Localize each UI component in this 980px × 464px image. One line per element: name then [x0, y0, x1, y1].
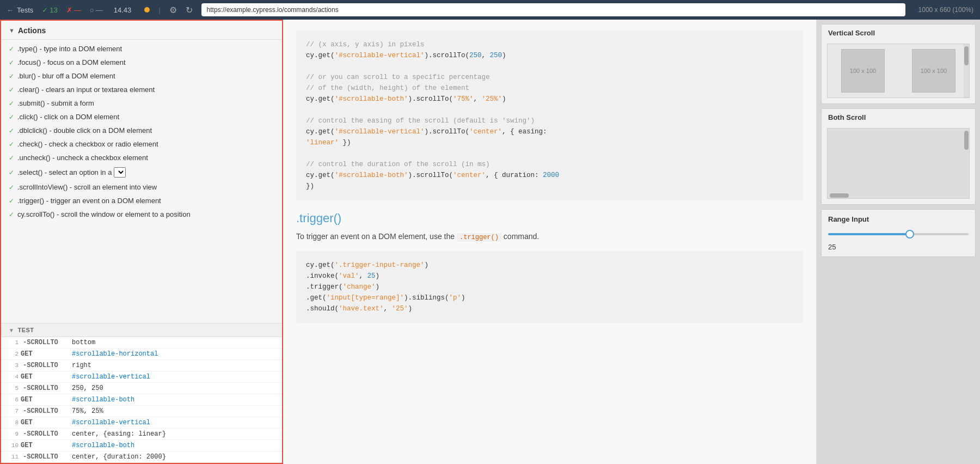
- log-cmd: GET: [21, 373, 70, 381]
- log-num: 11: [5, 454, 19, 460]
- check-mark: ✓: [9, 86, 14, 94]
- log-row[interactable]: 4 GET #scrollable-vertical: [1, 371, 282, 383]
- log-cmd: GET: [21, 442, 70, 449]
- test-time: 14.43: [114, 6, 132, 14]
- actions-header: ▼ Actions: [1, 21, 282, 40]
- action-label: .dblclick() - double click on a DOM elem…: [17, 126, 152, 135]
- both-vertical-scrollbar[interactable]: [964, 129, 969, 198]
- url-bar[interactable]: https://example.cypress.io/commands/acti…: [201, 3, 905, 16]
- left-panel: ▼ Actions ✓.type() - type into a DOM ele…: [0, 20, 283, 464]
- fail-count: ✗ —: [66, 6, 81, 14]
- log-row[interactable]: 7 -SCROLLTO 75%, 25%: [1, 406, 282, 417]
- settings-icon[interactable]: ⚙: [169, 5, 177, 15]
- check-mark: ✓: [9, 100, 14, 107]
- code-line: 'linear' }): [306, 137, 793, 148]
- range-thumb[interactable]: [905, 230, 914, 239]
- tests-label[interactable]: Tests: [17, 6, 33, 14]
- code-line: // control the easing of the scroll (def…: [306, 115, 793, 126]
- log-row[interactable]: 6 GET #scrollable-both: [1, 394, 282, 406]
- action-item[interactable]: ✓.dblclick() - double click on a DOM ele…: [1, 124, 282, 137]
- action-label: .select() - select an option in a elemen…: [17, 167, 126, 178]
- vertical-scroll-thumb[interactable]: [964, 46, 969, 65]
- action-item[interactable]: ✓.click() - click on a DOM element: [1, 110, 282, 124]
- code-line: [306, 105, 793, 115]
- log-row[interactable]: 1 -SCROLLTO bottom: [1, 337, 282, 349]
- circle-icon: ○: [90, 6, 94, 14]
- log-cmd: GET: [21, 350, 70, 358]
- action-item[interactable]: ✓.check() - check a checkbox or radio el…: [1, 137, 282, 151]
- topbar: ← Tests ✓ 13 ✗ — ○ — 14.43 | ⚙ ↻ https:/…: [0, 0, 980, 20]
- range-value: 25: [828, 243, 969, 251]
- action-label: .focus() - focus on a DOM element: [17, 58, 126, 66]
- code-line: .trigger('change'): [306, 282, 793, 292]
- check-mark: ✓: [9, 184, 14, 191]
- check-mark: ✓: [9, 141, 14, 148]
- tests-nav[interactable]: ← Tests: [7, 6, 33, 14]
- code-line: [306, 148, 793, 159]
- action-item[interactable]: ✓.focus() - focus on a DOM element: [1, 56, 282, 69]
- log-arg: 250, 250: [72, 384, 278, 392]
- action-item[interactable]: ✓.scrollIntoView() - scroll an element i…: [1, 180, 282, 194]
- log-arg: #scrollable-vertical: [72, 373, 278, 381]
- log-cmd: -SCROLLTO: [21, 407, 70, 415]
- cross-icon: ✗: [66, 6, 72, 14]
- log-row[interactable]: 8 GET #scrollable-vertical: [1, 417, 282, 429]
- chevron-sm-icon: ▼: [9, 327, 14, 333]
- actions-list: ✓.type() - type into a DOM element✓.focu…: [1, 40, 282, 323]
- test-log-header: ▼ TEST: [1, 323, 282, 337]
- pass-count: ✓ 13: [42, 6, 57, 14]
- log-row[interactable]: 10 GET #scrollable-both: [1, 440, 282, 451]
- code-line: .should('have.text', '25'): [306, 303, 793, 314]
- check-icon: ✓: [42, 6, 48, 14]
- log-arg: #scrollable-horizontal: [72, 350, 278, 358]
- log-row[interactable]: 2 GET #scrollable-horizontal: [1, 349, 282, 360]
- viewport-label: 1000 x 660 (100%): [918, 6, 973, 14]
- log-row[interactable]: 3 -SCROLLTO right: [1, 360, 282, 371]
- trigger-title: .trigger(): [296, 211, 803, 225]
- code-line: cy.get('#scrollable-both').scrollTo('75%…: [306, 94, 793, 105]
- action-item[interactable]: ✓.uncheck() - uncheck a checkbox element: [1, 151, 282, 164]
- code-line: // control the duration of the scroll (i…: [306, 159, 793, 170]
- log-cmd: -SCROLLTO: [21, 362, 70, 369]
- pending-count: ○ —: [90, 6, 103, 14]
- log-row[interactable]: 5 -SCROLLTO 250, 250: [1, 383, 282, 394]
- range-track: [828, 233, 969, 235]
- log-num: 10: [5, 442, 19, 449]
- action-label: .clear() - clears an input or textarea e…: [17, 86, 155, 94]
- both-scroll-area[interactable]: [827, 128, 970, 199]
- action-item[interactable]: ✓cy.scrollTo() - scroll the window or el…: [1, 207, 282, 221]
- vertical-scroll-area[interactable]: 100 x 100 100 x 100: [827, 44, 970, 98]
- test-log: ▼ TEST 1 -SCROLLTO bottom 2 GET #scrolla…: [1, 323, 282, 463]
- code-line: }): [306, 181, 793, 192]
- action-item[interactable]: ✓.select() - select an option in a eleme…: [1, 164, 282, 180]
- back-arrow[interactable]: ←: [7, 6, 14, 14]
- action-item[interactable]: ✓.type() - type into a DOM element: [1, 42, 282, 56]
- log-arg: bottom: [72, 339, 278, 346]
- check-mark: ✓: [9, 59, 14, 66]
- action-item[interactable]: ✓.clear() - clears an input or textarea …: [1, 83, 282, 96]
- code-line: [306, 61, 793, 72]
- test-label: TEST: [17, 327, 34, 333]
- status-dot: [144, 7, 150, 13]
- log-num: 1: [5, 339, 19, 346]
- action-item[interactable]: ✓.submit() - submit a form: [1, 96, 282, 110]
- vertical-scrollbar[interactable]: [964, 44, 969, 97]
- log-row[interactable]: 9 -SCROLLTO center, {easing: linear}: [1, 429, 282, 440]
- range-fill: [828, 233, 912, 235]
- log-cmd: -SCROLLTO: [21, 384, 70, 392]
- code-line: cy.get('#scrollable-vertical').scrollTo(…: [306, 126, 793, 137]
- both-vertical-thumb[interactable]: [964, 131, 969, 150]
- reload-icon[interactable]: ↻: [186, 5, 193, 15]
- check-mark: ✓: [9, 169, 14, 176]
- scroll-box-left: 100 x 100: [841, 49, 885, 93]
- action-item[interactable]: ✓.blur() - blur off a DOM element: [1, 69, 282, 83]
- log-row[interactable]: 11 -SCROLLTO center, {duration: 2000}: [1, 451, 282, 463]
- main-layout: ▼ Actions ✓.type() - type into a DOM ele…: [0, 20, 980, 464]
- widgets-panel: Vertical Scroll 100 x 100 100 x 100 Both…: [817, 20, 980, 464]
- vertical-scroll-title: Vertical Scroll: [822, 25, 975, 40]
- both-horizontal-scrollbar[interactable]: [828, 193, 969, 198]
- action-label: .submit() - submit a form: [17, 99, 94, 107]
- action-item[interactable]: ✓.trigger() - trigger an event on a DOM …: [1, 194, 282, 207]
- check-mark: ✓: [9, 127, 14, 135]
- both-horizontal-thumb[interactable]: [830, 193, 849, 198]
